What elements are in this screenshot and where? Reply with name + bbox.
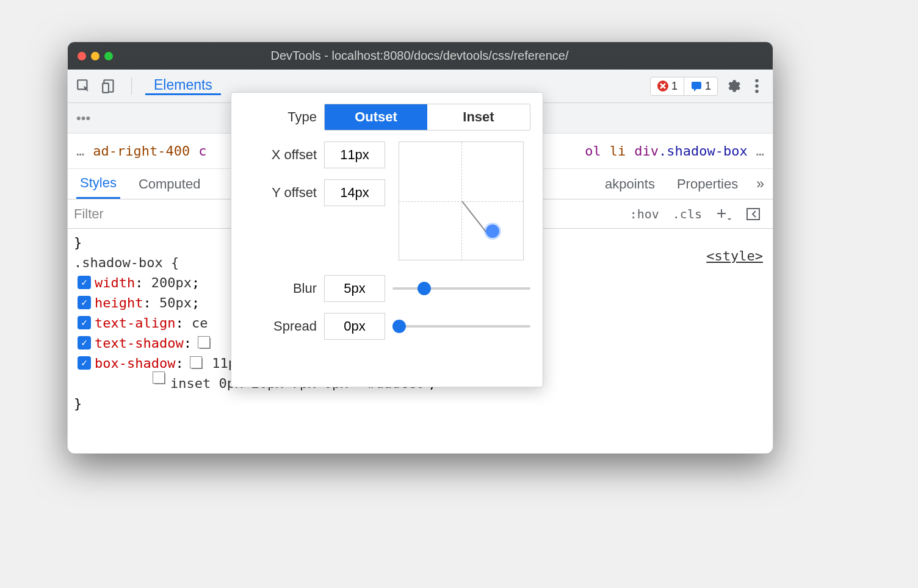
errors-badge[interactable]: 1 (651, 77, 684, 95)
prop-enable-checkbox[interactable]: ✓ (78, 296, 91, 309)
window-minimize-button[interactable] (91, 52, 99, 60)
brace-close-bottom: } (74, 393, 767, 414)
type-toggle-group: Outset Inset (324, 104, 530, 131)
shadow-swatch-icon[interactable] (154, 373, 165, 384)
breadcrumb-ellipsis-right[interactable]: … (756, 143, 764, 159)
prop-value-height: 50px (159, 295, 192, 310)
toolbar-separator (131, 77, 132, 95)
x-offset-row: X offset (244, 142, 385, 168)
prop-name-height: height (95, 295, 143, 310)
blur-label: Blur (244, 281, 317, 296)
blur-slider[interactable] (392, 287, 530, 290)
offset-indicator-line (461, 201, 489, 235)
type-outset-button[interactable]: Outset (325, 104, 427, 130)
prop-enable-checkbox[interactable]: ✓ (78, 316, 91, 329)
prop-value-width: 200px (151, 275, 192, 290)
subtab-more-button[interactable]: » (756, 169, 764, 199)
y-offset-label: Y offset (244, 185, 317, 201)
subtab-computed[interactable]: Computed (135, 169, 204, 199)
prop-enable-checkbox[interactable]: ✓ (78, 336, 91, 350)
blur-input[interactable] (324, 275, 385, 302)
messages-badge[interactable]: 1 (684, 77, 717, 95)
message-icon (690, 80, 703, 92)
error-icon (657, 80, 669, 92)
spread-slider-thumb[interactable] (392, 320, 406, 333)
ellipsis-icon: ••• (76, 110, 90, 126)
device-toggle-icon[interactable] (101, 77, 118, 95)
prop-name-text-align: text-align (95, 315, 175, 331)
breadcrumb-ellipsis-left[interactable]: … (76, 143, 84, 159)
window-title: DevTools - localhost:8080/docs/devtools/… (113, 49, 763, 63)
spread-row: Spread (244, 313, 530, 340)
offsets-block: X offset Y offset (244, 142, 530, 260)
hov-toggle[interactable]: :hov (626, 206, 663, 223)
messages-count: 1 (705, 80, 711, 93)
toolbar-left: Elements (75, 77, 221, 95)
settings-button[interactable] (719, 74, 747, 98)
more-menu-button[interactable] (748, 74, 765, 98)
breadcrumb-item-li[interactable]: li (610, 143, 626, 159)
y-offset-input[interactable] (324, 179, 385, 206)
offsets-inputs: X offset Y offset (244, 142, 385, 206)
inspect-element-icon[interactable] (75, 77, 92, 95)
window-maximize-button[interactable] (104, 52, 113, 60)
new-style-rule-button[interactable] (712, 206, 736, 222)
computed-sidebar-toggle[interactable] (742, 206, 764, 222)
breadcrumb-item-ol[interactable]: ol (585, 143, 601, 159)
breadcrumb-item-div[interactable]: div.shadow-box (634, 143, 747, 159)
prop-name-width: width (95, 275, 135, 290)
subtab-styles[interactable]: Styles (76, 169, 120, 199)
prop-name-text-shadow: text-shadow (95, 335, 184, 351)
titlebar: DevTools - localhost:8080/docs/devtools/… (68, 42, 773, 70)
x-offset-input[interactable] (324, 142, 385, 168)
breadcrumb-div-tag: div (634, 143, 659, 159)
spread-slider[interactable] (392, 325, 530, 328)
spread-input[interactable] (324, 313, 385, 340)
errors-count: 1 (671, 80, 678, 93)
toolbar-right: 1 1 (650, 74, 765, 98)
x-offset-label: X offset (244, 147, 317, 163)
type-inset-button[interactable]: Inset (427, 104, 530, 130)
breadcrumb-item-c[interactable]: c (198, 143, 206, 159)
cls-toggle[interactable]: .cls (669, 206, 706, 223)
subtab-breakpoints[interactable]: akpoints (601, 169, 659, 199)
shadow-swatch-icon[interactable] (192, 358, 203, 369)
breadcrumb-div-class: .shadow-box (659, 143, 748, 159)
blur-slider-thumb[interactable] (417, 282, 431, 295)
svg-point-6 (755, 84, 758, 87)
prop-enable-checkbox[interactable]: ✓ (78, 276, 91, 289)
offset-drag-handle[interactable] (486, 224, 499, 238)
prop-enable-checkbox[interactable]: ✓ (78, 356, 91, 370)
type-label: Type (244, 109, 317, 125)
spread-label: Spread (244, 318, 317, 334)
y-offset-row: Y offset (244, 179, 385, 206)
blur-row: Blur (244, 275, 530, 302)
svg-rect-4 (692, 82, 701, 89)
shadow-swatch-icon[interactable] (200, 338, 211, 349)
console-badges: 1 1 (650, 77, 718, 96)
tab-elements[interactable]: Elements (145, 77, 221, 95)
filter-controls: :hov .cls (626, 206, 769, 223)
svg-rect-2 (103, 84, 109, 93)
svg-point-7 (755, 90, 758, 93)
traffic-lights (78, 52, 113, 60)
svg-point-5 (755, 79, 758, 82)
offset-2d-picker[interactable] (399, 142, 524, 260)
window-close-button[interactable] (78, 52, 86, 60)
prop-value-text-align: ce (192, 315, 208, 331)
subtab-properties[interactable]: Properties (673, 169, 742, 199)
type-row: Type Outset Inset (244, 104, 530, 131)
shadow-editor-popup: Type Outset Inset X offset Y offset Blur (231, 92, 543, 387)
prop-name-box-shadow: box-shadow (95, 356, 175, 371)
style-source-link[interactable]: <style> (706, 246, 763, 266)
breadcrumb-item-aside[interactable]: ad-right-400 (93, 143, 190, 159)
